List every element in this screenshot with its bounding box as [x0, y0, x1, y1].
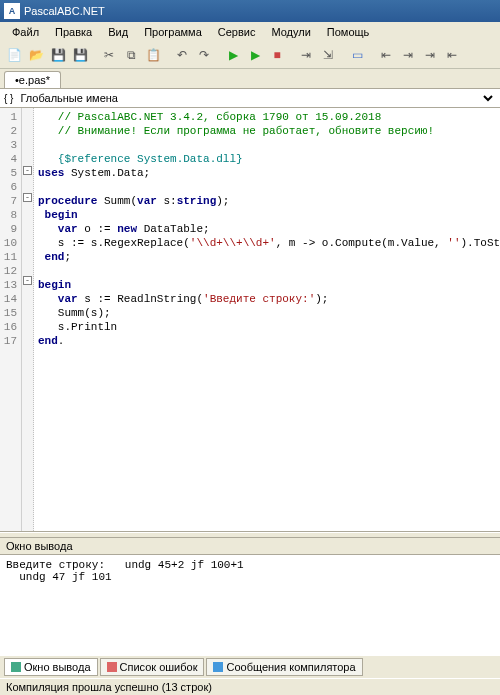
save-all-icon[interactable]: 💾 [70, 45, 90, 65]
tab-label: Окно вывода [24, 661, 91, 673]
fold-toggle[interactable]: - [23, 193, 32, 202]
names-dropdown[interactable]: Глобальные имена [16, 91, 496, 105]
stop-icon[interactable]: ■ [267, 45, 287, 65]
fold-toggle[interactable]: - [23, 276, 32, 285]
fold-gutter[interactable]: --- [22, 108, 34, 531]
bottom-tab[interactable]: Сообщения компилятора [206, 658, 362, 676]
app-icon: A [4, 3, 20, 19]
fold-toggle[interactable]: - [23, 166, 32, 175]
form-icon[interactable]: ▭ [347, 45, 367, 65]
menu-item[interactable]: Файл [4, 24, 47, 40]
bottom-tab[interactable]: Окно вывода [4, 658, 98, 676]
undo-icon[interactable]: ↶ [172, 45, 192, 65]
window-title: PascalABC.NET [24, 5, 105, 17]
file-tab[interactable]: •e.pas* [4, 71, 61, 88]
menu-item[interactable]: Вид [100, 24, 136, 40]
tab-icon [213, 662, 223, 672]
open-icon[interactable]: 📂 [26, 45, 46, 65]
tab-label: Сообщения компилятора [226, 661, 355, 673]
menubar: ФайлПравкаВидПрограммаСервисМодулиПомощь [0, 22, 500, 42]
braces-icon: { } [4, 93, 13, 104]
status-text: Компиляция прошла успешно (13 строк) [6, 681, 212, 693]
bottom-tabs: Окно выводаСписок ошибокСообщения компил… [0, 655, 500, 678]
output-header: Окно вывода [0, 538, 500, 555]
copy-icon[interactable]: ⧉ [121, 45, 141, 65]
line-gutter: 1 2 3 4 5 6 7 8 9 10 11 12 13 14 15 16 1… [0, 108, 22, 531]
outdent-icon[interactable]: ⇤ [442, 45, 462, 65]
step-into-icon[interactable]: ⇥ [296, 45, 316, 65]
menu-item[interactable]: Программа [136, 24, 210, 40]
paste-icon[interactable]: 📋 [143, 45, 163, 65]
cut-icon[interactable]: ✂ [99, 45, 119, 65]
run-debug-icon[interactable]: ▶ [245, 45, 265, 65]
menu-item[interactable]: Помощь [319, 24, 378, 40]
toolbar: 📄📂💾💾✂⧉📋↶↷▶▶■⇥⇲▭⇤⇥⇥⇤ [0, 42, 500, 69]
titlebar: A PascalABC.NET [0, 0, 500, 22]
menu-item[interactable]: Правка [47, 24, 100, 40]
bottom-tab[interactable]: Список ошибок [100, 658, 205, 676]
redo-icon[interactable]: ↷ [194, 45, 214, 65]
output-body: Введите строку: undg 45+2 jf 100+1 undg … [0, 555, 500, 655]
step-over-icon[interactable]: ⇲ [318, 45, 338, 65]
save-icon[interactable]: 💾 [48, 45, 68, 65]
names-dropdown-row: { } Глобальные имена [0, 89, 500, 108]
nav-back-icon[interactable]: ⇤ [376, 45, 396, 65]
run-icon[interactable]: ▶ [223, 45, 243, 65]
menu-item[interactable]: Модули [263, 24, 318, 40]
nav-fwd-icon[interactable]: ⇥ [398, 45, 418, 65]
tab-icon [107, 662, 117, 672]
indent-icon[interactable]: ⇥ [420, 45, 440, 65]
menu-item[interactable]: Сервис [210, 24, 264, 40]
tab-icon [11, 662, 21, 672]
editor[interactable]: 1 2 3 4 5 6 7 8 9 10 11 12 13 14 15 16 1… [0, 108, 500, 532]
output-title: Окно вывода [6, 540, 73, 552]
tab-label: Список ошибок [120, 661, 198, 673]
new-file-icon[interactable]: 📄 [4, 45, 24, 65]
statusbar: Компиляция прошла успешно (13 строк) [0, 678, 500, 695]
file-tab-label: •e.pas* [15, 74, 50, 86]
code-area[interactable]: // PascalABC.NET 3.4.2, сборка 1790 от 1… [34, 108, 500, 531]
file-tabbar: •e.pas* [0, 69, 500, 89]
